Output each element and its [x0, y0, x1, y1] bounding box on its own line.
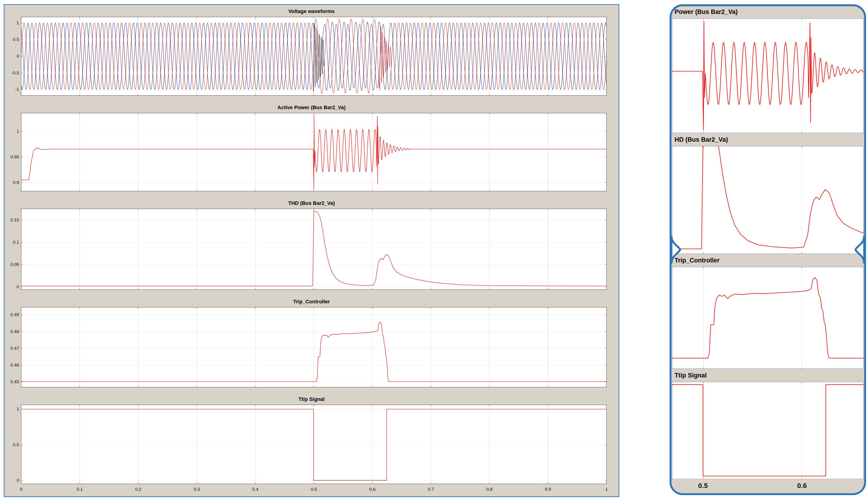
svg-text:1: 1	[17, 129, 19, 134]
svg-text:0.05: 0.05	[10, 262, 19, 267]
zoom-panel: Power (Bus Bar2_Va) HD (Bus Bar2_Va) Tri…	[669, 4, 866, 495]
svg-text:0.8: 0.8	[486, 487, 492, 492]
svg-text:0.5: 0.5	[13, 37, 19, 42]
svg-text:-0.5: -0.5	[11, 71, 19, 75]
subplot-trip-controller: Trip_Controller 0.450.460.470.480.49	[6, 298, 617, 388]
trip-controller-plot[interactable]: 0.450.460.470.480.49	[6, 306, 617, 388]
trip-controller-title: Trip_Controller	[6, 298, 617, 306]
subplot-trip-signal: Ttip Signal 00.10.20.30.40.50.60.70.80.9…	[6, 395, 617, 494]
voltage-plot[interactable]: -1-0.500.51	[6, 15, 617, 97]
voltage-title: Voltage waveforms	[6, 7, 617, 15]
zoom-panel-content: Power (Bus Bar2_Va) HD (Bus Bar2_Va) Tri…	[671, 6, 864, 493]
svg-text:0.9: 0.9	[545, 487, 551, 492]
trip-signal-plot[interactable]: 00.10.20.30.40.50.60.70.80.9100.51	[6, 403, 617, 494]
zoom-power-plot[interactable]	[671, 18, 864, 134]
zoom-x-axis: 0.50.6	[671, 480, 864, 493]
thd-plot[interactable]: 00.050.10.15	[6, 207, 617, 291]
svg-text:0.46: 0.46	[10, 363, 19, 367]
zoom-thd-title: HD (Bus Bar2_Va)	[671, 134, 864, 146]
svg-text:0: 0	[20, 487, 22, 492]
svg-text:0.47: 0.47	[10, 346, 19, 351]
svg-text:0.48: 0.48	[10, 329, 19, 334]
svg-text:1: 1	[17, 20, 19, 25]
svg-text:0.4: 0.4	[252, 487, 259, 492]
zoom-trip-signal-plot[interactable]	[671, 381, 864, 480]
svg-text:0.5: 0.5	[13, 442, 19, 447]
subplot-thd: THD (Bus Bar2_Va) 00.050.10.15	[6, 199, 617, 291]
zoom-thd-plot[interactable]	[671, 146, 864, 255]
active-power-title: Active Power (Bus Bar2_Va)	[6, 103, 617, 112]
svg-text:0.1: 0.1	[13, 240, 19, 245]
svg-text:0.2: 0.2	[135, 487, 141, 492]
thd-title: THD (Bus Bar2_Va)	[6, 199, 617, 207]
svg-text:0.95: 0.95	[10, 154, 19, 159]
svg-text:1: 1	[605, 487, 608, 492]
scope-screenshot: { "colors": { "figure_bg": "#d8d2c9", "p…	[0, 0, 868, 501]
svg-text:0: 0	[17, 284, 19, 289]
svg-text:0: 0	[17, 478, 19, 483]
zoom-trip-controller-title: Trip_Controller	[671, 255, 864, 266]
subplot-voltage: Voltage waveforms -1-0.500.51	[6, 7, 617, 97]
svg-text:0.49: 0.49	[10, 312, 19, 317]
zoom-power-title: Power (Bus Bar2_Va)	[671, 6, 864, 18]
svg-text:0.5: 0.5	[311, 487, 317, 492]
svg-text:0.15: 0.15	[10, 217, 19, 222]
subplot-active-power: Active Power (Bus Bar2_Va) 0.90.951	[6, 103, 617, 193]
scope-figure: Voltage waveforms -1-0.500.51 Active Pow…	[4, 4, 619, 497]
zoom-trip-signal-title: Ttip Signal	[671, 370, 864, 381]
svg-text:0.3: 0.3	[194, 487, 200, 492]
trip-signal-title: Ttip Signal	[6, 395, 617, 403]
svg-text:-1: -1	[15, 87, 19, 92]
svg-text:0.9: 0.9	[13, 180, 19, 185]
svg-text:0: 0	[17, 54, 19, 58]
svg-text:1: 1	[17, 406, 19, 411]
zoom-xtick-label: 0.6	[797, 482, 807, 490]
active-power-plot[interactable]: 0.90.951	[6, 112, 617, 193]
svg-text:0.6: 0.6	[369, 487, 375, 492]
zoom-trip-controller-plot[interactable]	[671, 266, 864, 370]
svg-text:0.1: 0.1	[77, 487, 83, 492]
svg-text:0.7: 0.7	[428, 487, 434, 492]
svg-text:0.45: 0.45	[10, 379, 19, 384]
zoom-xtick-label: 0.5	[698, 482, 708, 490]
